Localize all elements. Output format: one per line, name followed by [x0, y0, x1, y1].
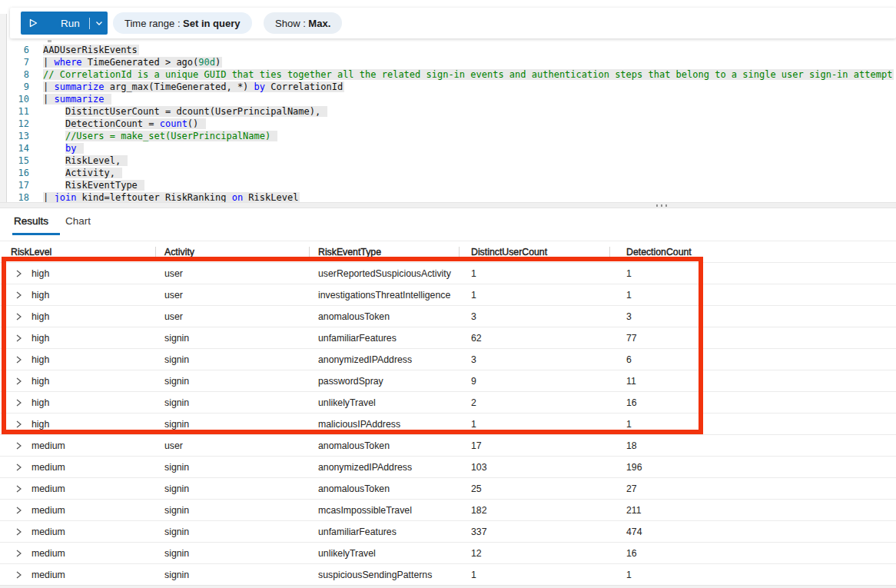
- cell: passwordSpray: [318, 376, 383, 387]
- cell: high: [32, 268, 49, 279]
- table-row[interactable]: highuserinvestigationsThreatIntelligence…: [0, 284, 896, 305]
- code-line[interactable]: 6AADUserRiskEvents: [8, 44, 896, 56]
- line-number: 14: [8, 142, 29, 154]
- column-separator[interactable]: [155, 247, 156, 257]
- cell: 16: [626, 397, 637, 408]
- table-row[interactable]: highsigninmaliciousIPAddress11: [0, 413, 896, 434]
- column-header[interactable]: DetectionCount: [626, 247, 692, 257]
- expand-row-chevron-icon[interactable]: [14, 570, 23, 580]
- table-row[interactable]: mediumsigninanomalousToken2527: [0, 477, 896, 499]
- results-table: RiskLevelActivityRiskEventTypeDistinctUs…: [0, 241, 896, 585]
- cell: signin: [164, 505, 189, 516]
- expand-row-chevron-icon[interactable]: [14, 463, 23, 472]
- time-range-pill[interactable]: Time range : Set in query: [113, 12, 252, 34]
- chevron-down-icon[interactable]: [95, 18, 104, 28]
- code-line[interactable]: 13 //Users = make_set(UserPrincipalName): [8, 130, 896, 142]
- cell: maliciousIPAddress: [318, 419, 400, 430]
- expand-row-chevron-icon[interactable]: [14, 291, 23, 300]
- cell: investigationsThreatIntelligence: [318, 290, 450, 301]
- cell: signin: [164, 483, 189, 494]
- line-number: 13: [8, 130, 29, 142]
- line-number: 11: [8, 105, 29, 118]
- expand-row-chevron-icon[interactable]: [14, 312, 23, 321]
- code-line[interactable]: 10| summarize: [8, 93, 896, 105]
- expand-row-chevron-icon[interactable]: [14, 549, 23, 558]
- code-line[interactable]: 17 RiskEventType: [8, 179, 896, 191]
- cell: 196: [626, 462, 642, 473]
- cell: 12: [471, 548, 482, 559]
- table-row[interactable]: mediumuseranomalousToken1718: [0, 434, 896, 456]
- cell: userReportedSuspiciousActivity: [318, 268, 451, 279]
- cell: signin: [164, 397, 189, 408]
- table-row[interactable]: highsigninanonymizedIPAddress36: [0, 348, 896, 370]
- expand-row-chevron-icon[interactable]: [14, 527, 23, 537]
- cell: signin: [164, 333, 189, 344]
- cell: 1: [626, 570, 632, 580]
- table-row[interactable]: highsigninunfamiliarFeatures6277: [0, 327, 896, 348]
- cell: signin: [164, 376, 189, 387]
- show-pill[interactable]: Show : Max.: [264, 12, 342, 34]
- expand-row-chevron-icon[interactable]: [14, 506, 23, 515]
- tab-chart[interactable]: Chart: [65, 215, 91, 227]
- column-header[interactable]: DistinctUserCount: [471, 247, 547, 257]
- code-line[interactable]: 8// CorrelationId is a unique GUID that …: [8, 68, 896, 81]
- time-range-value: Set in query: [183, 18, 240, 29]
- query-editor[interactable]: 6AADUserRiskEvents7| where TimeGenerated…: [8, 40, 896, 203]
- cell: anomalousToken: [318, 311, 390, 322]
- expand-row-chevron-icon[interactable]: [14, 269, 23, 278]
- cell: 16: [626, 548, 637, 559]
- tab-results[interactable]: Results: [14, 215, 48, 227]
- table-row[interactable]: mediumsigninanonymizedIPAddress103196: [0, 456, 896, 477]
- column-header[interactable]: RiskEventType: [318, 247, 381, 257]
- cell: signin: [164, 419, 189, 430]
- expand-row-chevron-icon[interactable]: [14, 334, 23, 343]
- cell: unlikelyTravel: [318, 548, 376, 559]
- column-separator[interactable]: [309, 247, 310, 257]
- play-icon: [29, 18, 38, 28]
- cell: 62: [471, 333, 482, 344]
- run-button[interactable]: Run: [21, 12, 108, 35]
- show-value: Max.: [308, 18, 330, 29]
- cell: 1: [626, 290, 632, 301]
- table-row[interactable]: mediumsigninsuspiciousSendingPatterns11: [0, 563, 896, 585]
- cell: 1: [471, 419, 476, 430]
- table-row[interactable]: highuseruserReportedSuspiciousActivity11: [0, 262, 896, 284]
- column-header[interactable]: RiskLevel: [11, 247, 51, 257]
- table-row[interactable]: highuseranomalousToken33: [0, 305, 896, 327]
- code-line[interactable]: 14 by: [8, 142, 896, 154]
- expand-row-chevron-icon[interactable]: [14, 420, 23, 429]
- cell: unlikelyTravel: [318, 397, 376, 408]
- cell: signin: [164, 548, 189, 559]
- code-line[interactable]: 7| where TimeGenerated > ago(90d): [8, 56, 896, 68]
- panel-splitter[interactable]: [0, 202, 896, 208]
- cell: user: [164, 311, 183, 322]
- editor-left-margin: [0, 14, 7, 202]
- table-row[interactable]: mediumsigninunfamiliarFeatures337474: [0, 520, 896, 542]
- cell: high: [32, 354, 49, 365]
- code-line[interactable]: 18| join kind=leftouter RiskRanking on R…: [8, 191, 896, 203]
- expand-row-chevron-icon[interactable]: [14, 484, 23, 493]
- table-row[interactable]: mediumsigninunlikelyTravel1216: [0, 542, 896, 563]
- expand-row-chevron-icon[interactable]: [14, 441, 23, 450]
- table-row[interactable]: highsigninunlikelyTravel216: [0, 391, 896, 413]
- code-line[interactable]: 11 DistinctUserCount = dcount(UserPrinci…: [8, 105, 896, 118]
- cell: 182: [471, 505, 487, 516]
- cell: signin: [164, 570, 189, 580]
- horizontal-scrollbar-track[interactable]: [0, 585, 896, 588]
- table-row[interactable]: highsigninpasswordSpray911: [0, 370, 896, 391]
- code-line[interactable]: 16 Activity,: [8, 167, 896, 179]
- cell: medium: [32, 548, 65, 559]
- code-line[interactable]: 9| summarize arg_max(TimeGenerated, *) b…: [8, 81, 896, 93]
- column-separator[interactable]: [609, 247, 610, 257]
- cell: suspiciousSendingPatterns: [318, 570, 432, 580]
- expand-row-chevron-icon[interactable]: [14, 398, 23, 407]
- column-separator[interactable]: [459, 247, 460, 257]
- line-number: 15: [8, 154, 29, 167]
- table-row[interactable]: mediumsigninmcasImpossibleTravel182211: [0, 499, 896, 520]
- cell: medium: [32, 527, 65, 537]
- column-header[interactable]: Activity: [164, 247, 194, 257]
- code-line[interactable]: 15 RiskLevel,: [8, 154, 896, 167]
- expand-row-chevron-icon[interactable]: [14, 355, 23, 364]
- code-line[interactable]: 12 DetectionCount = count(): [8, 118, 896, 130]
- expand-row-chevron-icon[interactable]: [14, 377, 23, 386]
